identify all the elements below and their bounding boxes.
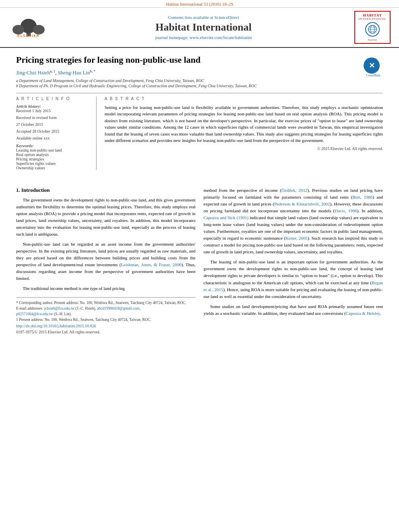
email-label: E-mail addresses: [16,306,43,310]
ref-capozza2[interactable]: Capozza & Helsley, [346,311,381,316]
article-content: Pricing strategies for leasing non-publi… [0,48,399,181]
email2-comma: , [139,306,140,310]
abstract-heading: A B S T R A C T [105,97,383,101]
sciencedirect-text: Contents lists available at ScienceDirec… [55,15,352,20]
keywords-label: Keywords: [16,144,91,148]
svg-point-2 [12,25,24,35]
body-right-column: method from the perspective of income (Ö… [204,187,383,335]
body-right-para3: Some studies on land development/pricing… [204,303,383,317]
journal-header: ELSEVIER Contents lists available at Sci… [0,8,399,48]
info-abstract-section: A R T I C L E I N F O Article history: R… [16,93,383,170]
keyword-1: Leasing non-public-use land [16,148,91,152]
globe-icon [368,25,377,34]
abstract-column: A B S T R A C T Setting a price for leas… [105,97,383,170]
body-left-column: 1. Introduction The government owns the … [16,187,195,335]
journal-top-bar: Habitat International 53 (2016) 18–29 [0,0,399,8]
author2-name[interactable]: Sheng-Hau Lin [58,70,90,76]
habitat-logo-description: Elsevier [358,38,387,41]
email3[interactable]: p02571004@fcu.edu.tw [16,312,53,316]
habitat-logo-area: HABITAT INTERNATIONAL Elsevier [352,11,393,44]
journal-homepage: journal homepage: www.elsevier.com/locat… [55,35,352,40]
history-label: Article history: [16,104,91,109]
journal-title: Habitat International [55,21,352,33]
author1-name[interactable]: Jing-Chzi Hsieh [16,70,50,76]
section1-title: 1. Introduction [16,187,195,193]
svg-text:ELSEVIER: ELSEVIER [18,34,40,37]
crossmark-label: CrossMark [364,74,383,77]
journal-citation: Habitat International 53 (2016) 18–29 [166,2,233,6]
article-info-column: A R T I C L E I N F O Article history: R… [16,97,97,170]
section1-para2: Non-public-use land can be regarded as a… [16,241,195,282]
keyword-5: Ownership values [16,166,91,170]
author1-sup: a, 1 [50,69,55,73]
email3-name: (S.-H. Lin). [54,312,72,316]
accepted: Accepted 28 October 2015 [16,129,91,134]
main-body: 1. Introduction The government owns the … [0,181,399,341]
keyword-4: Superficies rights values [16,161,91,166]
crossmark-area[interactable]: ✕ CrossMark [364,58,383,77]
footnote-1: 1 Present address: No. 100, Wenhwa Rd., … [16,317,195,322]
journal-header-center: Contents lists available at ScienceDirec… [55,15,352,40]
article-header-main: Pricing strategies for leasing non-publi… [16,54,357,89]
habitat-logo-icon [365,22,380,37]
email1[interactable]: jchsieh@fcu.edu.tw [44,306,75,310]
article-title: Pricing strategies for leasing non-publi… [16,54,357,66]
ref-keiter[interactable]: Keiter, 2005 [286,236,308,240]
author2-sup: b, * [90,69,95,73]
issn-line: 0197-3975/© 2015 Elsevier Ltd. All right… [16,329,195,335]
ref-davis[interactable]: Davis, 1996 [335,208,357,213]
received1: Received 1 July 2015 [16,109,91,113]
email1-name: (J.-C. Hsieh), [76,306,96,310]
homepage-link[interactable]: www.elsevier.com/locate/habitatint [189,35,252,40]
body-right-para1: method from the perspective of income (Ö… [204,187,383,255]
email2[interactable]: abcd19900418@gmail.com [97,306,139,310]
received-revised2: 27 October 2015 [16,122,91,127]
sciencedirect-link[interactable]: ScienceDirect [214,15,239,20]
abstract-copyright: © 2015 Elsevier Ltd. All rights reserved… [105,146,383,151]
ref-capozza1[interactable]: Capozza and Sick (1991) [204,215,249,220]
habitat-logo-title: HABITAT [358,13,387,17]
svg-point-3 [33,25,45,35]
authors-line: Jing-Chzi Hsieha, 1, Sheng-Hau Linb, * [16,69,357,76]
elsevier-logo-area: ELSEVIER [6,15,55,39]
section1-para3: The traditional income method is one typ… [16,285,195,292]
habitat-logo-subtitle: INTERNATIONAL [358,17,387,21]
article-info-heading: A R T I C L E I N F O [16,97,91,101]
ref-pederson[interactable]: Pederson & Khitarishvili, 2002 [274,201,330,206]
section1-heading: Introduction [21,187,50,193]
affiliation-a: a Department of Land Management, College… [16,78,357,83]
section1-para1: The government owns the development righ… [16,197,195,238]
footnote-star: * Corresponding author. Present address:… [16,300,195,306]
affiliation-b: b Department of Ph. D Program in Civil a… [16,84,357,88]
habitat-logo-box: HABITAT INTERNATIONAL Elsevier [354,11,391,44]
footnote-email: E-mail addresses: jchsieh@fcu.edu.tw (J.… [16,306,195,317]
received-revised: Received in revised form [16,115,91,120]
ref-leishman[interactable]: Leishman, Jones, & Fraser, 2000 [121,262,181,267]
available-online: Available online xxx [16,136,91,140]
footnotes: * Corresponding author. Present address:… [16,297,195,335]
abstract-text: Setting a price for leasing non-public-u… [105,104,383,144]
ref-burt[interactable]: Burt, 1986 [352,195,372,199]
body-right-para2: The leasing of non-public-use land is an… [204,259,383,300]
article-header-row: Pricing strategies for leasing non-publi… [16,54,383,89]
crossmark-icon: ✕ [364,58,380,74]
elsevier-logo: ELSEVIER [6,15,51,39]
keyword-2: Real option analysis [16,152,91,157]
elsevier-tree-icon: ELSEVIER [8,17,49,37]
ref-regan[interactable]: Regan et al., 2015 [204,280,383,292]
keyword-3: Pricing strategies [16,157,91,161]
section1-number: 1. [16,187,20,193]
doi-line[interactable]: http://dx.doi.org/10.1016/j.habitatint.2… [16,323,195,329]
ref-ozdilek[interactable]: Özdilek, 2012 [282,188,308,193]
